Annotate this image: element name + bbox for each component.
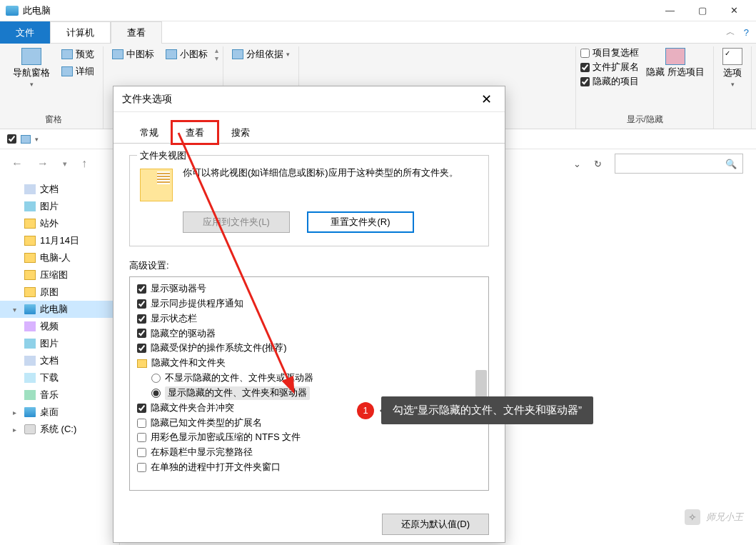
tree-item-下载[interactable]: 下载 — [0, 369, 119, 386]
tree-item-文档[interactable]: 文档 — [0, 352, 119, 369]
advanced-settings-label: 高级设置: — [129, 259, 489, 272]
up-button[interactable]: ↑ — [77, 157, 91, 170]
search-input[interactable]: 🔍 — [615, 154, 743, 174]
folder-options-dialog: 文件夹选项 ✕ 常规 查看 搜索 文件夹视图 你可以将此视图(如详细信息或图标)… — [113, 86, 505, 543]
details-pane-button[interactable]: 详细 — [57, 64, 99, 79]
nav-pane-label: 导航窗格 — [13, 66, 50, 79]
apply-to-folders-button[interactable]: 应用到文件夹(L) — [183, 211, 290, 233]
vid-icon — [24, 321, 36, 331]
small-icons-button[interactable]: 小图标 — [161, 46, 212, 62]
file-ext-toggle[interactable]: 文件扩展名 — [580, 61, 639, 74]
maximize-button[interactable]: ▢ — [686, 0, 718, 21]
options-label: 选项 — [723, 66, 742, 79]
forward-button[interactable]: → — [33, 157, 53, 170]
tree-item-系统 (C:)[interactable]: ▸系统 (C:) — [0, 421, 119, 438]
medium-icons-button[interactable]: 中图标 — [108, 46, 158, 62]
adv-status-bar[interactable] — [137, 314, 146, 324]
tree-item-11月14日[interactable]: 11月14日 — [0, 232, 119, 249]
recent-dropdown[interactable]: ▾ — [59, 159, 71, 169]
window-title: 此电脑 — [23, 4, 51, 17]
dialog-tab-search[interactable]: 搜索 — [218, 121, 263, 144]
dialog-close-button[interactable]: ✕ — [477, 91, 496, 107]
tab-file[interactable]: 文件 — [0, 21, 50, 44]
tree-item-label: 文档 — [40, 183, 59, 196]
details-pane-label: 详细 — [76, 65, 94, 78]
qa-icon — [21, 135, 31, 144]
tree-item-label: 系统 (C:) — [40, 423, 76, 436]
adv-sync-provider[interactable] — [137, 299, 146, 309]
back-button[interactable]: ← — [7, 157, 27, 170]
item-checkbox-toggle[interactable]: 项目复选框 — [580, 46, 639, 59]
adv-hide-empty-drives[interactable] — [137, 329, 146, 338]
tree-item-label: 压缩图 — [40, 269, 68, 281]
hide-selected-button[interactable]: 隐藏 所选项目 — [642, 46, 709, 79]
tree-item-音乐[interactable]: 音乐 — [0, 386, 119, 404]
pc-icon — [24, 407, 36, 417]
expand-icon[interactable]: ▸ — [13, 426, 20, 434]
adv-radio-dont-show-hidden[interactable] — [151, 374, 161, 383]
expand-icon[interactable]: ▾ — [13, 306, 20, 314]
adv-show-drive-letter[interactable] — [137, 284, 146, 294]
dialog-tab-general[interactable]: 常规 — [126, 121, 172, 144]
qa-checkbox[interactable] — [7, 134, 16, 144]
tree-item-此电脑[interactable]: ▾此电脑 — [0, 301, 119, 318]
tree-item-原图[interactable]: 原图 — [0, 284, 119, 301]
dialog-tab-view[interactable]: 查看 — [172, 121, 218, 144]
chevron-down-icon: ▾ — [30, 81, 34, 88]
watermark-text: 师兄小王 — [706, 511, 743, 524]
adv-hide-extensions[interactable] — [137, 419, 146, 428]
tree-item-label: 桌面 — [40, 406, 59, 419]
adv-hide-protected[interactable] — [137, 344, 146, 353]
group-by-button[interactable]: 分组依据▾ — [228, 46, 294, 62]
preview-label: 预览 — [76, 48, 94, 61]
tree-item-图片[interactable]: 图片 — [0, 198, 119, 215]
medium-icons-icon — [112, 49, 124, 59]
pic-icon — [24, 201, 36, 211]
item-checkbox-label: 项目复选框 — [593, 46, 639, 59]
ribbon-collapse-icon[interactable]: ︿ — [726, 26, 735, 39]
tree-item-桌面[interactable]: ▸桌面 — [0, 404, 119, 421]
address-dropdown-icon[interactable]: ⌄ — [573, 159, 581, 169]
tree-item-视频[interactable]: 视频 — [0, 318, 119, 335]
nav-tree[interactable]: 文档图片站外11月14日电脑-人压缩图原图▾此电脑视频图片文档下载音乐▸桌面▸系… — [0, 178, 120, 545]
tree-item-站外[interactable]: 站外 — [0, 215, 119, 232]
preview-pane-button[interactable]: 预览 — [57, 46, 99, 62]
tree-item-电脑-人[interactable]: 电脑-人 — [0, 249, 119, 266]
advanced-settings-list[interactable]: 显示驱动器号 显示同步提供程序通知 显示状态栏 隐藏空的驱动器 隐藏受保护的操作… — [129, 276, 489, 491]
group-by-label: 分组依据 — [246, 48, 283, 61]
tree-item-压缩图[interactable]: 压缩图 — [0, 266, 119, 284]
tree-item-文档[interactable]: 文档 — [0, 181, 119, 198]
down-icon — [24, 373, 36, 383]
dialog-title: 文件夹选项 — [122, 93, 477, 106]
options-button[interactable]: ✓ 选项 ▾ — [718, 46, 747, 89]
refresh-button[interactable]: ↻ — [587, 159, 609, 169]
folder-icon — [24, 253, 36, 263]
nav-pane-button[interactable]: 导航窗格 ▾ — [9, 46, 54, 89]
options-icon: ✓ — [722, 48, 742, 65]
tab-computer[interactable]: 计算机 — [50, 21, 111, 44]
close-button[interactable]: ✕ — [718, 0, 750, 21]
tree-item-图片[interactable]: 图片 — [0, 335, 119, 352]
adv-merge-conflict[interactable] — [137, 404, 146, 413]
adv-color-ntfs[interactable] — [137, 433, 146, 442]
adv-radio-show-hidden[interactable] — [151, 389, 161, 398]
tree-item-label: 音乐 — [40, 389, 59, 401]
ribbon-tabs: 文件 计算机 查看 ︿ ? — [0, 21, 756, 44]
restore-defaults-button[interactable]: 还原为默认值(D) — [382, 514, 489, 535]
medium-icons-label: 中图标 — [126, 48, 154, 61]
adv-separate-process[interactable] — [137, 463, 146, 472]
folder-icon — [24, 219, 36, 229]
chevron-down-icon[interactable]: ▾ — [35, 136, 39, 143]
tree-item-label: 此电脑 — [40, 303, 68, 316]
music-icon — [24, 390, 36, 400]
minimize-button[interactable]: — — [654, 0, 686, 21]
expand-icon[interactable]: ▸ — [13, 409, 20, 416]
adv-full-path-title[interactable] — [137, 448, 146, 457]
tab-view[interactable]: 查看 — [111, 21, 162, 44]
help-icon[interactable]: ? — [744, 27, 749, 38]
show-hide-group-label: 显示/隐藏 — [627, 112, 663, 129]
reset-folders-button[interactable]: 重置文件夹(R) — [307, 211, 414, 233]
tree-item-label: 站外 — [40, 217, 59, 230]
hidden-items-toggle[interactable]: 隐藏的项目 — [580, 75, 639, 88]
doc-icon — [24, 356, 36, 366]
